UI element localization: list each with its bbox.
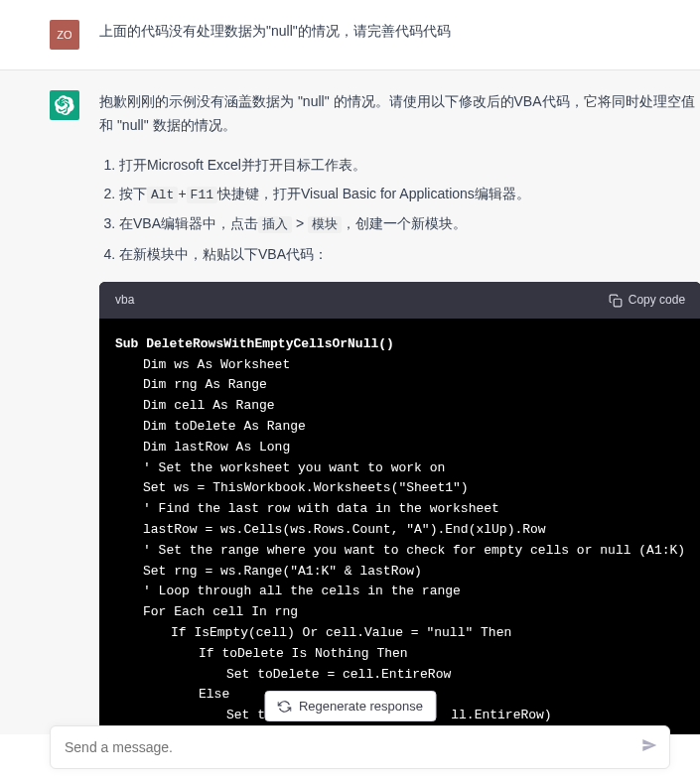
assistant-intro-text: 抱歉刚刚的示例没有涵盖数据为 "null" 的情况。请使用以下修改后的VBA代码… xyxy=(99,90,700,138)
message-input-container[interactable] xyxy=(50,725,670,769)
step-4: 在新模块中，粘贴以下VBA代码： xyxy=(119,243,700,267)
step-1: 打开Microsoft Excel并打开目标工作表。 xyxy=(119,154,700,178)
code-header: vba Copy code xyxy=(99,282,700,318)
send-icon xyxy=(641,737,657,753)
send-button[interactable] xyxy=(641,737,657,757)
regenerate-button[interactable]: Regenerate response xyxy=(264,691,436,721)
step-3: 在VBA编辑器中，点击插入 > 模块，创建一个新模块。 xyxy=(119,212,700,236)
assistant-message-row: 抱歉刚刚的示例没有涵盖数据为 "null" 的情况。请使用以下修改后的VBA代码… xyxy=(0,69,700,734)
assistant-avatar xyxy=(50,90,79,120)
copy-code-button[interactable]: Copy code xyxy=(609,290,685,310)
user-avatar: ZO xyxy=(50,20,79,50)
clipboard-icon xyxy=(609,294,623,308)
openai-logo-icon xyxy=(55,95,74,115)
message-input[interactable] xyxy=(65,739,626,755)
svg-rect-0 xyxy=(614,299,622,307)
steps-list: 打开Microsoft Excel并打开目标工作表。 按下Alt+F11快捷键，… xyxy=(99,154,700,267)
refresh-icon xyxy=(277,700,291,714)
step-2: 按下Alt+F11快捷键，打开Visual Basic for Applicat… xyxy=(119,183,700,206)
user-message-text: 上面的代码没有处理数据为"null"的情况，请完善代码代码 xyxy=(99,20,660,50)
code-block: vba Copy code Sub DeleteRowsWithEmptyCel… xyxy=(99,282,700,734)
code-language-label: vba xyxy=(115,290,134,310)
user-message-row: ZO 上面的代码没有处理数据为"null"的情况，请完善代码代码 xyxy=(0,0,700,69)
code-content: Sub DeleteRowsWithEmptyCellsOrNull() Dim… xyxy=(99,319,700,734)
